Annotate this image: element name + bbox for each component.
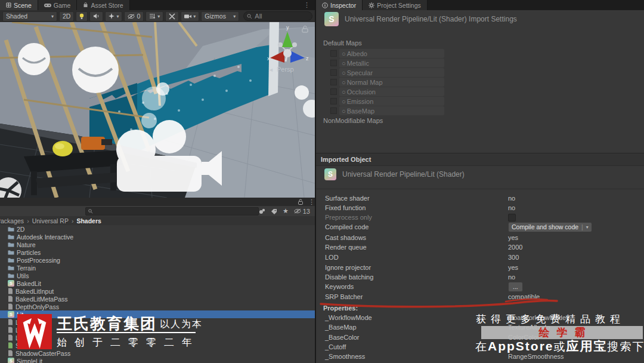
import-settings-header: S Universal Render Pipeline/Lit (Shader)… bbox=[324, 12, 517, 26]
shader-title: Universal Render Pipeline/Lit (Shader) bbox=[342, 170, 465, 179]
list-item[interactable]: Particles bbox=[0, 248, 315, 256]
shading-mode-dropdown[interactable]: Shaded ▾ bbox=[2, 11, 57, 21]
favorites-star-icon[interactable]: ★ bbox=[283, 207, 289, 215]
document-icon bbox=[8, 319, 13, 325]
object-field[interactable]: ○Emission bbox=[339, 97, 444, 106]
list-item-label: Terrain bbox=[17, 264, 36, 272]
watermark-founded-text: 始创于二零零二年 bbox=[57, 336, 200, 349]
hidden-count-eye-icon[interactable]: 13 bbox=[294, 208, 310, 215]
default-map-row: ○Occlusion bbox=[330, 87, 444, 96]
list-item[interactable]: Autodesk Interactive bbox=[0, 233, 315, 241]
scene-viewport[interactable]: y x z Persp ◄ bbox=[0, 22, 315, 198]
list-item[interactable]: Nature bbox=[0, 241, 315, 248]
preprocess-only-checkbox[interactable] bbox=[508, 214, 516, 222]
row-label: Ignore projector bbox=[325, 264, 508, 271]
checkbox[interactable] bbox=[330, 50, 337, 57]
list-item-label: Autodesk Interactive bbox=[17, 233, 73, 241]
lock-icon[interactable] bbox=[298, 199, 304, 205]
object-field[interactable]: ○Metallic bbox=[339, 59, 444, 67]
watermark-divider-line bbox=[57, 332, 196, 333]
toggle-2d-button[interactable]: 2D bbox=[59, 11, 74, 21]
list-item[interactable]: BakedLitInput bbox=[0, 287, 315, 295]
search-by-label-tag-icon[interactable] bbox=[271, 208, 277, 214]
keywords-button[interactable]: ... bbox=[508, 282, 523, 292]
object-picker-icon: ○ bbox=[342, 98, 346, 105]
search-by-type-icon[interactable] bbox=[259, 208, 265, 214]
list-item-label: Utils bbox=[17, 272, 29, 279]
shader-header: S Universal Render Pipeline/Lit (Shader) bbox=[324, 168, 465, 180]
row-value: 2000 bbox=[508, 244, 522, 251]
shader-file-icon: S bbox=[8, 311, 14, 318]
appstore-text: AppStore bbox=[488, 339, 554, 353]
effects-dropdown[interactable]: ▾ bbox=[105, 11, 122, 21]
breadcrumb-mid[interactable]: Universal RP bbox=[32, 217, 69, 224]
component-tools-button[interactable] bbox=[165, 11, 179, 21]
breadcrumb: Packages › Universal RP › Shaders bbox=[0, 216, 315, 226]
document-icon bbox=[8, 342, 13, 349]
tab-asset-store[interactable]: Asset Store bbox=[77, 0, 129, 10]
download-line-suffix: 搜索下载 bbox=[608, 340, 644, 353]
default-map-row: ○Albedo bbox=[330, 49, 444, 58]
list-item[interactable]: DepthOnlyPass bbox=[0, 303, 315, 310]
list-item[interactable]: Terrain bbox=[0, 264, 315, 272]
row-label: Cast shadows bbox=[325, 234, 508, 241]
scene-panel: Scene Game Asset Store ⋮ Shaded ▾ 2D bbox=[0, 0, 315, 363]
gear-icon bbox=[369, 2, 374, 8]
folder-icon bbox=[8, 257, 14, 263]
project-search-row: ★ 13 bbox=[0, 206, 315, 217]
checkbox[interactable] bbox=[330, 107, 337, 114]
breadcrumb-leaf[interactable]: Shaders bbox=[76, 217, 101, 224]
project-menu-icon[interactable]: ⋮ bbox=[308, 198, 315, 206]
checkbox[interactable] bbox=[330, 60, 337, 66]
breadcrumb-root[interactable]: Packages bbox=[0, 217, 24, 224]
audio-toggle-button[interactable] bbox=[89, 11, 103, 21]
chevron-down-icon: ▾ bbox=[116, 14, 119, 19]
eye-hidden-icon bbox=[128, 14, 135, 19]
tab-inspector[interactable]: Inspector bbox=[316, 0, 363, 10]
list-item[interactable]: 2D bbox=[0, 225, 315, 233]
scene-panel-menu-icon[interactable]: ⋮ bbox=[299, 0, 315, 10]
row-value: no bbox=[508, 195, 515, 202]
tab-project-settings[interactable]: Project Settings bbox=[363, 0, 428, 10]
row-value: no bbox=[508, 204, 515, 211]
folder-icon bbox=[8, 273, 14, 278]
compile-and-show-code-button[interactable]: Compile and show code|▾ bbox=[508, 222, 592, 232]
checkbox[interactable] bbox=[330, 69, 337, 76]
list-item[interactable]: BakedLitMetaPass bbox=[0, 295, 315, 303]
list-item[interactable]: SSimpleLit bbox=[0, 357, 315, 363]
info-row: LOD300 bbox=[325, 253, 635, 262]
camera-settings-dropdown[interactable]: ▾ bbox=[181, 11, 199, 21]
axis-y-label: y bbox=[286, 24, 289, 30]
shader-asset-icon: S bbox=[324, 12, 339, 26]
checkbox[interactable] bbox=[330, 98, 337, 104]
tab-game[interactable]: Game bbox=[38, 0, 78, 10]
download-line-prefix: 在 bbox=[475, 340, 488, 353]
object-field[interactable]: ○BaseMap bbox=[339, 106, 444, 115]
object-field[interactable]: ○Albedo bbox=[339, 49, 444, 58]
object-picker-icon: ○ bbox=[342, 88, 346, 96]
tab-inspector-label: Inspector bbox=[330, 2, 356, 9]
list-item[interactable]: ShadowCasterPass bbox=[0, 349, 315, 357]
list-item[interactable]: PostProcessing bbox=[0, 256, 315, 264]
object-picker-icon: ○ bbox=[342, 69, 346, 76]
scene-visibility-button[interactable]: 0 bbox=[124, 11, 144, 21]
axis-x-label: x bbox=[267, 56, 270, 61]
object-picker-icon: ○ bbox=[342, 107, 346, 115]
object-field[interactable]: ○Normal Map bbox=[339, 78, 444, 87]
object-field[interactable]: ○Specular bbox=[339, 68, 444, 77]
list-item[interactable]: SBakedLit bbox=[0, 279, 315, 287]
tab-game-label: Game bbox=[54, 2, 71, 9]
list-item[interactable]: Utils bbox=[0, 272, 315, 279]
tab-scene[interactable]: Scene bbox=[0, 0, 38, 10]
lighting-toggle-button[interactable] bbox=[76, 11, 88, 21]
checkbox[interactable] bbox=[330, 88, 337, 95]
gizmos-dropdown[interactable]: Gizmos ▾ bbox=[201, 11, 239, 21]
scene-search-input[interactable]: All bbox=[243, 11, 312, 21]
hardhat bbox=[52, 141, 73, 156]
persp-label[interactable]: Persp bbox=[277, 66, 294, 73]
project-search-input[interactable] bbox=[85, 207, 259, 216]
grid-snap-dropdown[interactable]: ▾ bbox=[145, 11, 163, 21]
object-field[interactable]: ○Occlusion bbox=[339, 87, 444, 96]
chevron-down-icon: ▾ bbox=[157, 14, 160, 19]
checkbox[interactable] bbox=[330, 79, 337, 85]
